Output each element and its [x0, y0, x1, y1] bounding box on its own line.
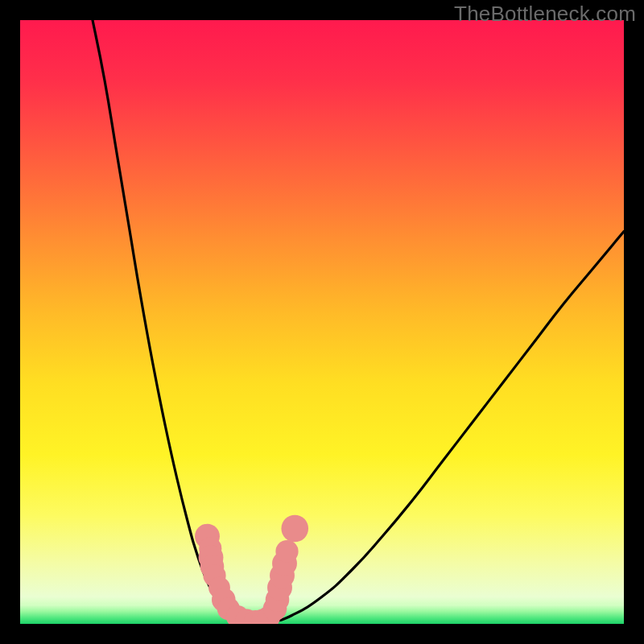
bottleneck-curve [20, 20, 624, 624]
curve-marker [281, 515, 308, 543]
chart-frame: TheBottleneck.com [0, 0, 644, 644]
plot-area [20, 20, 624, 624]
curve-marker [275, 540, 298, 563]
watermark-text: TheBottleneck.com [454, 2, 636, 27]
